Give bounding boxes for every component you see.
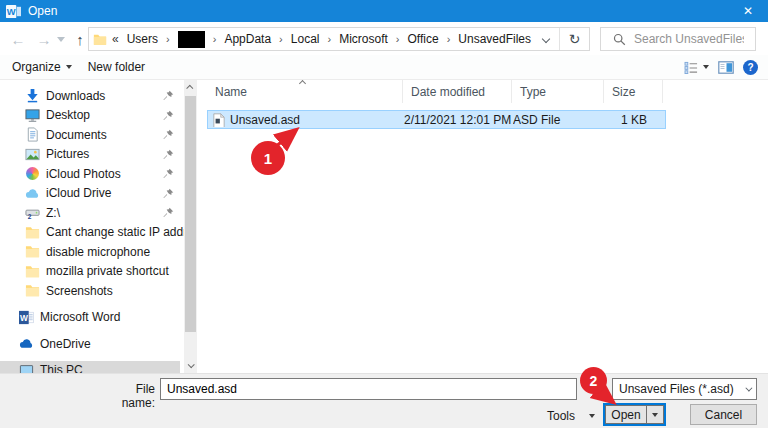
file-type-cell: ASD File — [513, 113, 605, 127]
back-button[interactable]: ← — [6, 27, 30, 51]
new-folder-button[interactable]: New folder — [80, 55, 153, 79]
breadcrumb-segment-microsoft[interactable]: Microsoft — [337, 32, 390, 46]
sidebar-item-screenshots[interactable]: Screenshots — [0, 281, 184, 301]
sidebar-item-pictures[interactable]: Pictures — [0, 145, 184, 165]
sidebar-item-icloud-photos[interactable]: iCloud Photos — [0, 164, 184, 184]
preview-pane-icon[interactable] — [718, 61, 734, 74]
breadcrumb-segment-users[interactable]: Users — [125, 32, 160, 46]
organize-button[interactable]: Organize — [0, 55, 80, 79]
folder-icon — [24, 283, 40, 299]
file-name-cell: Unsaved.asd — [208, 113, 404, 127]
file-list-pane: NameDate modifiedTypeSize Unsaved.asd2/1… — [200, 80, 768, 373]
column-header-date-modified[interactable]: Date modified — [403, 80, 512, 103]
sidebar-item-documents[interactable]: Documents — [0, 125, 184, 145]
icloud-drive-icon — [24, 185, 40, 201]
dialog-body: DownloadsDesktopDocumentsPicturesiCloud … — [0, 80, 768, 373]
scroll-up-icon[interactable] — [184, 80, 197, 95]
file-name-label: File name: — [100, 382, 155, 410]
tools-label: Tools — [547, 409, 575, 423]
breadcrumb-segment-unsavedfiles[interactable]: UnsavedFiles — [456, 32, 533, 46]
breadcrumb-separator: › — [390, 33, 406, 45]
sidebar-item-label: Documents — [46, 128, 107, 142]
sidebar-item-cant-change-static-ip-address[interactable]: Cant change static IP address — [0, 223, 184, 243]
help-button[interactable]: ? — [743, 60, 758, 75]
folder-icon — [24, 244, 40, 260]
icloud-photos-icon — [24, 166, 40, 182]
sidebar-item-this-pc[interactable]: This PC — [0, 361, 180, 374]
chevron-down-icon — [745, 384, 752, 391]
onedrive-icon — [18, 336, 34, 352]
pin-icon — [163, 188, 174, 199]
breadcrumb-separator: › — [321, 33, 337, 45]
search-box[interactable] — [600, 27, 756, 51]
svg-text:W: W — [7, 7, 16, 17]
command-toolbar: Organize New folder ? — [0, 55, 768, 80]
close-button[interactable]: ✕ — [728, 4, 768, 18]
sidebar-item-microsoft-word[interactable]: WMicrosoft Word — [0, 308, 184, 328]
navigation-bar: ← → ↑ « Users››AppData›Local›Microsoft›O… — [0, 22, 768, 55]
scrollbar-thumb[interactable] — [185, 96, 196, 332]
sidebar-item-onedrive[interactable]: OneDrive — [0, 334, 184, 354]
pin-icon — [163, 207, 174, 218]
refresh-button[interactable]: ↻ — [559, 28, 589, 50]
change-view-button[interactable] — [684, 61, 709, 74]
chevron-down-icon — [66, 65, 72, 69]
cancel-button[interactable]: Cancel — [690, 404, 757, 425]
pin-icon — [163, 110, 174, 121]
sidebar-item-label: Microsoft Word — [40, 310, 120, 324]
breadcrumb-segment-office[interactable]: Office — [406, 32, 441, 46]
pin-icon — [163, 90, 174, 101]
tools-button[interactable]: Tools — [543, 406, 599, 426]
breadcrumb-separator: › — [273, 33, 289, 45]
word-icon: W — [18, 309, 34, 325]
chevron-down-icon — [589, 414, 595, 418]
chevron-down-icon — [652, 413, 658, 417]
open-button[interactable]: Open — [603, 403, 666, 426]
word-app-icon: W — [6, 4, 21, 19]
address-bar[interactable]: « Users››AppData›Local›Microsoft›Office›… — [88, 27, 590, 51]
column-header-size[interactable]: Size — [604, 80, 663, 103]
sidebar-item-label: Z:\ — [46, 206, 60, 220]
search-input[interactable] — [634, 32, 744, 46]
pin-icon — [163, 168, 174, 179]
asd-file-icon — [213, 113, 225, 127]
open-label: Open — [611, 408, 640, 422]
file-date-cell: 2/11/2021 12:01 PM — [404, 113, 513, 127]
file-row-unsaved-asd[interactable]: Unsaved.asd2/11/2021 12:01 PMASD File1 K… — [208, 111, 665, 128]
sidebar-item-z[interactable]: 2Z:\ — [0, 203, 184, 223]
sidebar-item-icloud-drive[interactable]: iCloud Drive — [0, 184, 184, 204]
cancel-label: Cancel — [705, 408, 742, 422]
svg-text:2: 2 — [27, 213, 31, 220]
open-dropdown-button[interactable] — [647, 405, 664, 424]
organize-label: Organize — [12, 60, 61, 74]
breadcrumb-separator: › — [207, 33, 223, 45]
breadcrumb-overflow[interactable]: « — [112, 32, 119, 46]
recent-locations-chevron-icon[interactable] — [54, 27, 68, 51]
sidebar-scrollbar[interactable] — [184, 80, 197, 373]
scroll-down-icon[interactable] — [184, 358, 197, 373]
file-type-select[interactable]: Unsaved Files (*.asd) — [612, 378, 757, 400]
downloads-icon — [24, 88, 40, 104]
folder-icon — [24, 263, 40, 279]
file-list-header: NameDate modifiedTypeSize — [200, 80, 768, 103]
sidebar-item-label: Desktop — [46, 108, 90, 122]
forward-button[interactable]: → — [32, 27, 56, 51]
breadcrumb-segment-local[interactable]: Local — [289, 32, 322, 46]
this-pc-icon — [18, 362, 34, 373]
breadcrumb-redacted-username — [178, 31, 205, 48]
sidebar-item-disable-microphone[interactable]: disable microphone — [0, 242, 184, 262]
sidebar-item-downloads[interactable]: Downloads — [0, 86, 184, 106]
file-size-cell: 1 KB — [605, 113, 657, 127]
sidebar-item-desktop[interactable]: Desktop — [0, 106, 184, 126]
address-dropdown-chevron-icon[interactable] — [533, 28, 559, 50]
sidebar-item-mozilla-private-shortcut[interactable]: mozilla private shortcut — [0, 262, 184, 282]
dialog-footer: File name: Unsaved Files (*.asd) Tools O… — [0, 373, 768, 428]
sidebar-item-label: Cant change static IP address — [46, 225, 184, 239]
sort-ascending-icon — [300, 81, 307, 88]
breadcrumb-segment-appdata[interactable]: AppData — [222, 32, 273, 46]
column-header-type[interactable]: Type — [512, 80, 604, 103]
chevron-down-icon — [703, 65, 709, 69]
sidebar-item-label: Pictures — [46, 147, 89, 161]
sidebar-item-label: Screenshots — [46, 284, 113, 298]
file-name-input[interactable] — [160, 378, 577, 400]
